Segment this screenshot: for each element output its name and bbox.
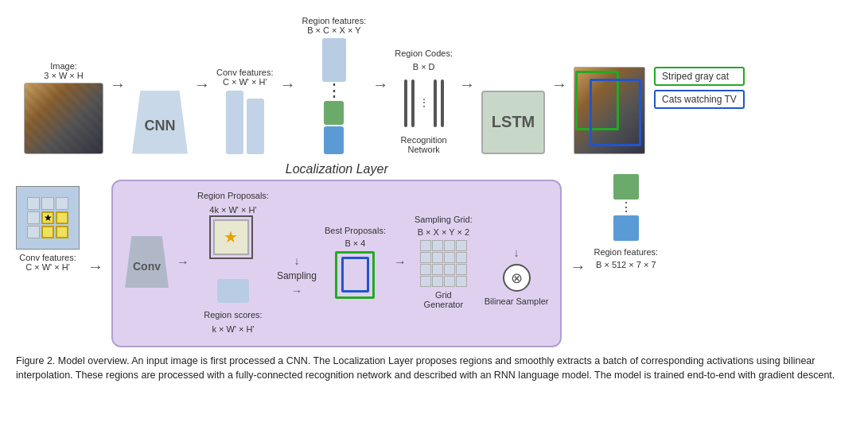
down-arrow-bilinear: ↓ [514, 246, 520, 259]
sampling-section: ↓ Sampling → [277, 227, 317, 297]
gc-16 [456, 276, 467, 287]
gc-14 [432, 276, 443, 287]
conv-dims: C × W' × H' [223, 77, 267, 87]
lc-cell-star: ★ [41, 211, 54, 224]
lc-cell-6 [56, 211, 68, 224]
left-input-section: ★ Conv features: C × W' × H' [16, 186, 80, 272]
arrow-loc-2: → [177, 255, 189, 269]
conv-features-section: Conv features: C × W' × H' [216, 68, 274, 154]
arrow-loc-out: → [570, 258, 586, 276]
region-codes-section: Region Codes: B × D ⋮ RecognitionNetwork [395, 48, 453, 154]
gc-5 [420, 252, 431, 263]
cnn-label: CNN [145, 118, 176, 134]
figure-caption: Figure 2. Model overview. An input image… [16, 354, 852, 384]
localization-title: Localization Layer [286, 162, 388, 176]
arrow-loc-1: → [88, 258, 103, 276]
region-feat-small-green [324, 101, 344, 125]
region-proposals-dims: 4k × W' × H' [209, 205, 256, 215]
image-dims: 3 × W × H [44, 71, 84, 80]
recog-label: RecognitionNetwork [401, 135, 447, 154]
cnn-shape: CNN [132, 91, 188, 154]
gc-8 [456, 252, 467, 263]
best-proposals-label: Best Proposals: [325, 226, 386, 235]
caption-striped-cat: Striped gray cat [654, 67, 745, 86]
proposals-col: Region Proposals: 4k × W' × H' ★ Region … [197, 191, 269, 334]
left-cube-grid: ★ [27, 197, 68, 238]
out-feat-blue [613, 215, 639, 241]
sampling-rect-inner [341, 257, 369, 292]
gc-3 [444, 240, 455, 251]
loc-conv-shape: Conv [125, 236, 169, 288]
best-proposals-dims: B × 4 [344, 238, 365, 248]
region-codes-label: Region Codes: [395, 48, 453, 58]
right-output-section: ⋮ Region features: B × 512 × 7 × 7 [594, 174, 658, 270]
lc-cell-9 [56, 226, 68, 238]
region-feat-large [322, 38, 346, 82]
arrow-6: → [551, 76, 567, 94]
gc-10 [432, 264, 443, 275]
caption-boxes: Striped gray cat Cats watching TV [654, 67, 745, 109]
lc-cell-8 [41, 226, 54, 238]
gc-2 [432, 240, 443, 251]
sampling-label: Sampling [277, 270, 317, 281]
bottom-section: ★ Conv features: C × W' × H' → Localizat… [16, 162, 852, 347]
region-codes-dims: B × D [413, 62, 435, 72]
grid-generator-section: Sampling Grid: B × X × Y × 2 [415, 215, 473, 309]
arrow-1: → [110, 76, 126, 94]
dots-2: ⋮ [418, 99, 430, 107]
diagram: Image: 3 × W × H → CNN → Conv features: … [16, 8, 852, 383]
region-features-out-label: Region features: [594, 247, 658, 257]
bilinear-col: ↓ ⊗ Bilinear Sampler [485, 218, 549, 306]
region-proposals-label: Region Proposals: [197, 191, 269, 200]
dots-1: ⋮ [325, 83, 343, 98]
region-features-out-dims: B × 512 × 7 × 7 [596, 260, 656, 269]
lc-cell-2 [41, 197, 54, 210]
gc-15 [444, 276, 455, 287]
arrow-3: → [280, 76, 296, 94]
region-features-section: Region features: B × C × X × Y ⋮ [302, 16, 367, 154]
localization-box: Conv → Region Proposals: 4k × W' × H' ★ [111, 180, 562, 347]
prop-outer [209, 215, 253, 259]
lc-cell-7 [27, 226, 40, 238]
region-scores-dims: k × W' × H' [212, 324, 254, 334]
loc-conv: Conv [125, 236, 169, 288]
vbar-3 [434, 79, 437, 127]
gc-13 [420, 276, 431, 287]
bbox-blue [590, 79, 641, 146]
top-row: Image: 3 × W × H → CNN → Conv features: … [16, 8, 852, 162]
bottom-conv-label: Conv features: [19, 253, 76, 262]
image-section: Image: 3 × W × H [24, 61, 103, 154]
image-label: Image: [50, 61, 77, 71]
vbar-2 [411, 79, 415, 127]
feature-col-1 [226, 91, 243, 154]
output-section: Striped gray cat Cats watching TV [574, 67, 745, 154]
multiply-circle: ⊗ [503, 264, 531, 292]
caption-cats-watching: Cats watching TV [654, 90, 745, 109]
gc-4 [456, 240, 467, 251]
gc-12 [456, 264, 467, 275]
arrow-loc-3: → [394, 255, 407, 269]
region-scores-block [217, 279, 249, 303]
arrow-4: → [372, 76, 388, 94]
localization-wrapper: Localization Layer Conv → Region Proposa… [111, 162, 562, 347]
lc-cell-3 [56, 197, 68, 210]
gc-9 [420, 264, 431, 275]
region-feat-med-blue [324, 126, 344, 154]
vbar-1 [404, 79, 407, 127]
vbar-4 [441, 79, 444, 127]
arrow-5: → [459, 76, 475, 94]
bottom-conv-dims: C × W' × H' [25, 262, 70, 272]
sampling-arrow-row: ↓ [294, 254, 299, 267]
output-image [574, 67, 645, 154]
bilinear-label: Bilinear Sampler [485, 296, 549, 306]
sampling-grid-label: Sampling Grid: [415, 215, 473, 224]
grid-gen-label: GridGenerator [424, 290, 464, 309]
conv-label: Conv features: [216, 68, 274, 77]
gc-6 [432, 252, 443, 263]
lstm-box: LSTM [481, 91, 545, 154]
lc-cell-4 [27, 211, 40, 224]
region-features-label: Region features: [302, 16, 367, 25]
lstm-label: LSTM [492, 113, 535, 131]
cat-image [24, 83, 103, 154]
region-features-dims: B × C × X × Y [307, 25, 360, 35]
